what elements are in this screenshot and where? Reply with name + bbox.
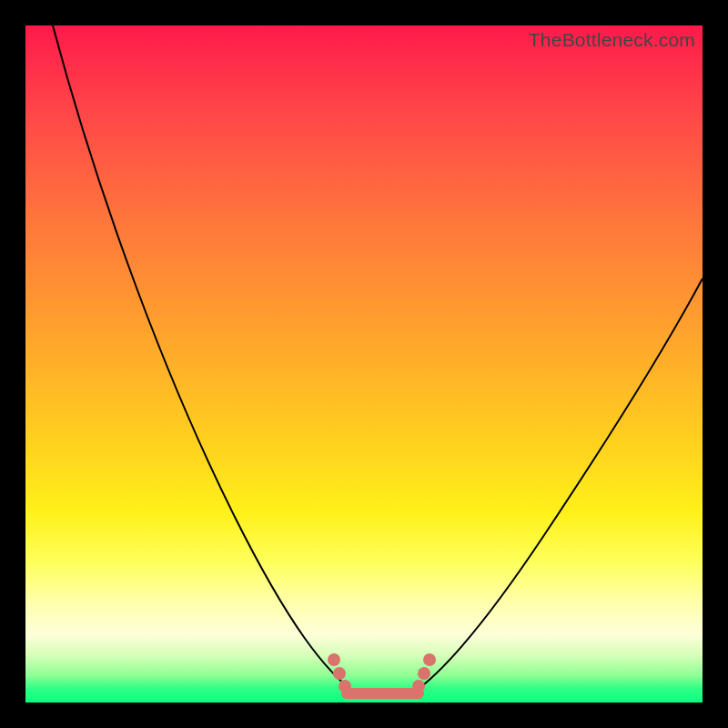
plot-area: TheBottleneck.com bbox=[25, 25, 703, 703]
marker-dot bbox=[418, 667, 430, 680]
marker-dot bbox=[339, 680, 351, 693]
marker-dot bbox=[333, 667, 346, 680]
marker-dot bbox=[423, 653, 436, 666]
marker-dot bbox=[328, 653, 340, 666]
left-curve bbox=[53, 25, 356, 693]
curve-layer bbox=[25, 25, 703, 703]
right-curve bbox=[412, 278, 703, 693]
marker-dot bbox=[412, 680, 425, 693]
chart-frame: TheBottleneck.com bbox=[0, 0, 728, 728]
